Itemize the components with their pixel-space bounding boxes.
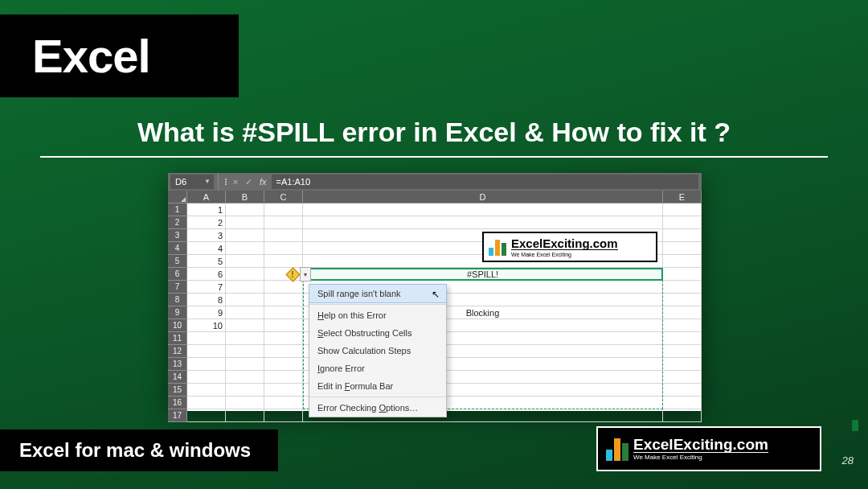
menu-item-error-options[interactable]: Error Checking Options…	[309, 399, 446, 417]
menu-item-edit-formula-bar[interactable]: Edit in Formula Bar	[309, 377, 446, 395]
row-header[interactable]: 12	[168, 345, 187, 358]
cell[interactable]	[264, 255, 303, 268]
cell-a2[interactable]: 2	[187, 216, 226, 229]
cell[interactable]	[226, 216, 264, 229]
cell[interactable]	[187, 409, 226, 422]
menu-item-help[interactable]: Help on this Error	[309, 306, 446, 324]
cell[interactable]	[264, 242, 303, 255]
row-header[interactable]: 7	[168, 281, 187, 294]
menu-item-select-obstructing[interactable]: Select Obstructing Cells	[309, 324, 446, 342]
cell[interactable]	[187, 332, 226, 345]
col-header-b[interactable]: B	[226, 191, 264, 203]
cell[interactable]	[663, 294, 702, 306]
cell[interactable]	[264, 384, 303, 397]
cell[interactable]	[663, 255, 702, 268]
cell[interactable]	[663, 397, 702, 409]
menu-item-spill-range-not-blank[interactable]: Spill range isn't blank	[309, 284, 447, 303]
cell[interactable]	[226, 397, 264, 409]
select-all-button[interactable]	[168, 191, 187, 203]
cell-a5[interactable]: 5	[187, 255, 226, 268]
cell[interactable]	[226, 242, 264, 255]
cell[interactable]	[663, 216, 702, 229]
cell[interactable]	[264, 397, 303, 409]
cell[interactable]	[264, 332, 303, 345]
cell[interactable]	[264, 409, 303, 422]
cell[interactable]	[226, 281, 264, 294]
cell-a8[interactable]: 8	[187, 294, 226, 306]
row-header[interactable]: 6	[168, 268, 187, 281]
cell[interactable]	[187, 384, 226, 397]
cell[interactable]	[663, 229, 702, 242]
cancel-formula-button[interactable]: ×	[229, 177, 242, 187]
col-header-a[interactable]: A	[187, 191, 226, 203]
cell-a7[interactable]: 7	[187, 281, 226, 294]
cell[interactable]	[264, 306, 303, 319]
cell[interactable]	[264, 345, 303, 358]
cell-a1[interactable]: 1	[187, 203, 226, 216]
cell-b1[interactable]	[226, 203, 264, 216]
enter-formula-button[interactable]: ✓	[242, 177, 255, 187]
cell[interactable]	[226, 268, 264, 281]
row-header[interactable]: 13	[168, 358, 187, 371]
cell[interactable]	[264, 281, 303, 294]
row-header[interactable]: 4	[168, 242, 187, 255]
row-header[interactable]: 3	[168, 229, 187, 242]
row-header[interactable]: 9	[168, 306, 187, 319]
cell-a4[interactable]: 4	[187, 242, 226, 255]
cell[interactable]	[187, 371, 226, 384]
cell[interactable]	[663, 409, 702, 422]
row-header[interactable]: 14	[168, 371, 187, 384]
cell[interactable]	[663, 371, 702, 384]
cell[interactable]	[264, 371, 303, 384]
cell-a6[interactable]: 6	[187, 268, 226, 281]
row-header[interactable]: 8	[168, 294, 187, 306]
cell-d1[interactable]	[303, 203, 663, 216]
cell[interactable]	[187, 345, 226, 358]
name-box-caret-icon[interactable]: ▼	[204, 175, 211, 189]
cell[interactable]	[663, 358, 702, 371]
cell[interactable]	[264, 358, 303, 371]
cell-a10[interactable]: 10	[187, 319, 226, 332]
cell[interactable]	[663, 281, 702, 294]
cell[interactable]	[226, 229, 264, 242]
cell[interactable]	[264, 216, 303, 229]
cell[interactable]	[187, 397, 226, 409]
cell[interactable]	[226, 306, 264, 319]
row-header[interactable]: 10	[168, 319, 187, 332]
row-header[interactable]: 11	[168, 332, 187, 345]
menu-item-ignore-error[interactable]: Ignore Error	[309, 360, 446, 377]
cell[interactable]	[226, 255, 264, 268]
col-header-d[interactable]: D	[303, 191, 663, 203]
cell[interactable]	[663, 384, 702, 397]
cell[interactable]	[663, 242, 702, 255]
cell[interactable]	[663, 306, 702, 319]
cell-c1[interactable]	[264, 203, 303, 216]
cell[interactable]	[226, 345, 264, 358]
row-header[interactable]: 17	[168, 409, 187, 422]
col-header-e[interactable]: E	[663, 191, 702, 203]
cell[interactable]	[226, 371, 264, 384]
cell[interactable]	[264, 319, 303, 332]
cell[interactable]	[187, 358, 226, 371]
cell-e1[interactable]	[663, 203, 702, 216]
cell[interactable]	[264, 229, 303, 242]
row-header[interactable]: 16	[168, 397, 187, 409]
cell[interactable]	[226, 332, 264, 345]
cell-a9[interactable]: 9	[187, 306, 226, 319]
row-header[interactable]: 2	[168, 216, 187, 229]
fx-label[interactable]: fx	[260, 177, 267, 187]
cell[interactable]	[663, 268, 702, 281]
formula-input[interactable]: =A1:A10	[272, 175, 698, 189]
cell[interactable]	[303, 216, 663, 229]
row-header[interactable]: 15	[168, 384, 187, 397]
cell[interactable]	[663, 332, 702, 345]
row-header[interactable]: 5	[168, 255, 187, 268]
cell-a3[interactable]: 3	[187, 229, 226, 242]
drag-handle-icon[interactable]	[223, 179, 229, 185]
error-dropdown-button[interactable]: ▼	[300, 267, 311, 281]
error-smart-tag-icon[interactable]: !	[285, 267, 300, 281]
cell[interactable]	[226, 358, 264, 371]
cell[interactable]	[663, 319, 702, 332]
menu-item-show-calc-steps[interactable]: Show Calculation Steps	[309, 342, 446, 360]
col-header-c[interactable]: C	[264, 191, 303, 203]
